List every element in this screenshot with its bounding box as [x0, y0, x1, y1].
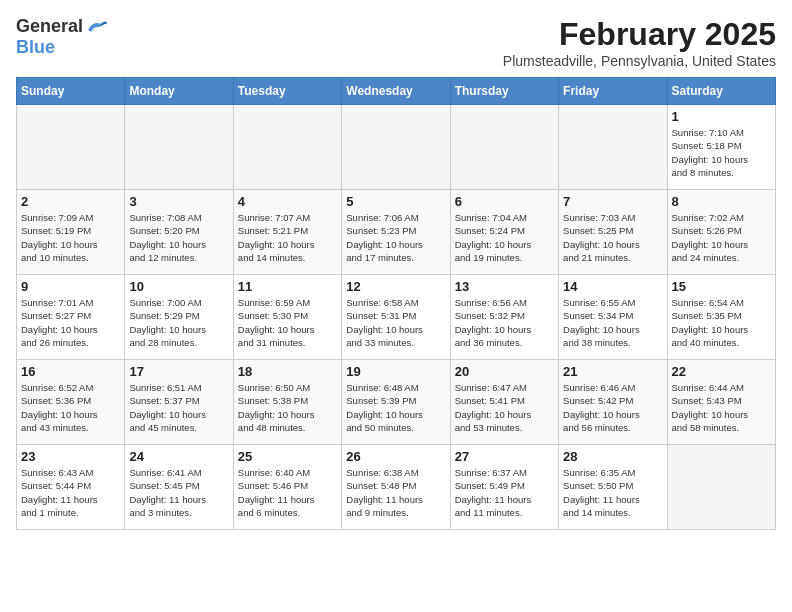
calendar-cell: 16Sunrise: 6:52 AM Sunset: 5:36 PM Dayli… — [17, 360, 125, 445]
week-row-2: 2Sunrise: 7:09 AM Sunset: 5:19 PM Daylig… — [17, 190, 776, 275]
calendar-cell: 18Sunrise: 6:50 AM Sunset: 5:38 PM Dayli… — [233, 360, 341, 445]
calendar-cell: 20Sunrise: 6:47 AM Sunset: 5:41 PM Dayli… — [450, 360, 558, 445]
day-header-friday: Friday — [559, 78, 667, 105]
day-number: 24 — [129, 449, 228, 464]
calendar-cell — [559, 105, 667, 190]
calendar-cell: 24Sunrise: 6:41 AM Sunset: 5:45 PM Dayli… — [125, 445, 233, 530]
day-info: Sunrise: 7:10 AM Sunset: 5:18 PM Dayligh… — [672, 126, 771, 179]
calendar-cell: 19Sunrise: 6:48 AM Sunset: 5:39 PM Dayli… — [342, 360, 450, 445]
day-number: 3 — [129, 194, 228, 209]
day-number: 17 — [129, 364, 228, 379]
calendar-cell: 17Sunrise: 6:51 AM Sunset: 5:37 PM Dayli… — [125, 360, 233, 445]
calendar-cell: 6Sunrise: 7:04 AM Sunset: 5:24 PM Daylig… — [450, 190, 558, 275]
calendar-cell: 5Sunrise: 7:06 AM Sunset: 5:23 PM Daylig… — [342, 190, 450, 275]
day-header-wednesday: Wednesday — [342, 78, 450, 105]
day-info: Sunrise: 6:37 AM Sunset: 5:49 PM Dayligh… — [455, 466, 554, 519]
calendar-cell: 12Sunrise: 6:58 AM Sunset: 5:31 PM Dayli… — [342, 275, 450, 360]
day-number: 12 — [346, 279, 445, 294]
day-info: Sunrise: 6:40 AM Sunset: 5:46 PM Dayligh… — [238, 466, 337, 519]
calendar-cell: 7Sunrise: 7:03 AM Sunset: 5:25 PM Daylig… — [559, 190, 667, 275]
calendar-cell: 8Sunrise: 7:02 AM Sunset: 5:26 PM Daylig… — [667, 190, 775, 275]
calendar-cell: 26Sunrise: 6:38 AM Sunset: 5:48 PM Dayli… — [342, 445, 450, 530]
day-info: Sunrise: 6:51 AM Sunset: 5:37 PM Dayligh… — [129, 381, 228, 434]
day-info: Sunrise: 7:08 AM Sunset: 5:20 PM Dayligh… — [129, 211, 228, 264]
day-info: Sunrise: 6:56 AM Sunset: 5:32 PM Dayligh… — [455, 296, 554, 349]
day-info: Sunrise: 6:55 AM Sunset: 5:34 PM Dayligh… — [563, 296, 662, 349]
day-info: Sunrise: 7:07 AM Sunset: 5:21 PM Dayligh… — [238, 211, 337, 264]
day-header-monday: Monday — [125, 78, 233, 105]
calendar-cell — [125, 105, 233, 190]
calendar-cell — [342, 105, 450, 190]
calendar-cell: 4Sunrise: 7:07 AM Sunset: 5:21 PM Daylig… — [233, 190, 341, 275]
day-number: 6 — [455, 194, 554, 209]
day-info: Sunrise: 6:41 AM Sunset: 5:45 PM Dayligh… — [129, 466, 228, 519]
day-header-saturday: Saturday — [667, 78, 775, 105]
calendar-cell: 22Sunrise: 6:44 AM Sunset: 5:43 PM Dayli… — [667, 360, 775, 445]
day-number: 1 — [672, 109, 771, 124]
day-number: 5 — [346, 194, 445, 209]
day-number: 10 — [129, 279, 228, 294]
day-number: 23 — [21, 449, 120, 464]
day-info: Sunrise: 7:01 AM Sunset: 5:27 PM Dayligh… — [21, 296, 120, 349]
day-info: Sunrise: 6:38 AM Sunset: 5:48 PM Dayligh… — [346, 466, 445, 519]
days-header-row: SundayMondayTuesdayWednesdayThursdayFrid… — [17, 78, 776, 105]
logo-general: General — [16, 16, 83, 37]
day-number: 8 — [672, 194, 771, 209]
day-info: Sunrise: 6:44 AM Sunset: 5:43 PM Dayligh… — [672, 381, 771, 434]
logo-bird-icon — [85, 18, 107, 36]
day-number: 14 — [563, 279, 662, 294]
day-info: Sunrise: 6:59 AM Sunset: 5:30 PM Dayligh… — [238, 296, 337, 349]
day-info: Sunrise: 6:58 AM Sunset: 5:31 PM Dayligh… — [346, 296, 445, 349]
calendar-table: SundayMondayTuesdayWednesdayThursdayFrid… — [16, 77, 776, 530]
calendar-cell: 13Sunrise: 6:56 AM Sunset: 5:32 PM Dayli… — [450, 275, 558, 360]
day-number: 18 — [238, 364, 337, 379]
day-number: 26 — [346, 449, 445, 464]
day-number: 27 — [455, 449, 554, 464]
calendar-cell: 11Sunrise: 6:59 AM Sunset: 5:30 PM Dayli… — [233, 275, 341, 360]
day-number: 16 — [21, 364, 120, 379]
day-info: Sunrise: 6:35 AM Sunset: 5:50 PM Dayligh… — [563, 466, 662, 519]
week-row-3: 9Sunrise: 7:01 AM Sunset: 5:27 PM Daylig… — [17, 275, 776, 360]
day-info: Sunrise: 6:47 AM Sunset: 5:41 PM Dayligh… — [455, 381, 554, 434]
day-header-sunday: Sunday — [17, 78, 125, 105]
day-info: Sunrise: 6:46 AM Sunset: 5:42 PM Dayligh… — [563, 381, 662, 434]
calendar-cell — [17, 105, 125, 190]
week-row-1: 1Sunrise: 7:10 AM Sunset: 5:18 PM Daylig… — [17, 105, 776, 190]
calendar-cell: 28Sunrise: 6:35 AM Sunset: 5:50 PM Dayli… — [559, 445, 667, 530]
day-number: 22 — [672, 364, 771, 379]
day-number: 15 — [672, 279, 771, 294]
calendar-cell: 25Sunrise: 6:40 AM Sunset: 5:46 PM Dayli… — [233, 445, 341, 530]
day-info: Sunrise: 7:03 AM Sunset: 5:25 PM Dayligh… — [563, 211, 662, 264]
calendar-cell: 21Sunrise: 6:46 AM Sunset: 5:42 PM Dayli… — [559, 360, 667, 445]
day-number: 4 — [238, 194, 337, 209]
calendar-title: February 2025 — [503, 16, 776, 53]
day-number: 19 — [346, 364, 445, 379]
day-number: 21 — [563, 364, 662, 379]
day-info: Sunrise: 6:43 AM Sunset: 5:44 PM Dayligh… — [21, 466, 120, 519]
calendar-cell — [450, 105, 558, 190]
page-header: General Blue February 2025 Plumsteadvill… — [16, 16, 776, 69]
day-number: 13 — [455, 279, 554, 294]
calendar-cell — [233, 105, 341, 190]
day-number: 11 — [238, 279, 337, 294]
logo-blue: Blue — [16, 37, 55, 58]
day-info: Sunrise: 7:00 AM Sunset: 5:29 PM Dayligh… — [129, 296, 228, 349]
day-header-thursday: Thursday — [450, 78, 558, 105]
week-row-4: 16Sunrise: 6:52 AM Sunset: 5:36 PM Dayli… — [17, 360, 776, 445]
calendar-cell: 2Sunrise: 7:09 AM Sunset: 5:19 PM Daylig… — [17, 190, 125, 275]
day-info: Sunrise: 7:04 AM Sunset: 5:24 PM Dayligh… — [455, 211, 554, 264]
day-info: Sunrise: 6:50 AM Sunset: 5:38 PM Dayligh… — [238, 381, 337, 434]
calendar-cell: 15Sunrise: 6:54 AM Sunset: 5:35 PM Dayli… — [667, 275, 775, 360]
title-area: February 2025 Plumsteadville, Pennsylvan… — [503, 16, 776, 69]
calendar-cell — [667, 445, 775, 530]
day-header-tuesday: Tuesday — [233, 78, 341, 105]
calendar-cell: 23Sunrise: 6:43 AM Sunset: 5:44 PM Dayli… — [17, 445, 125, 530]
calendar-cell: 10Sunrise: 7:00 AM Sunset: 5:29 PM Dayli… — [125, 275, 233, 360]
calendar-cell: 3Sunrise: 7:08 AM Sunset: 5:20 PM Daylig… — [125, 190, 233, 275]
calendar-cell: 1Sunrise: 7:10 AM Sunset: 5:18 PM Daylig… — [667, 105, 775, 190]
logo: General Blue — [16, 16, 107, 58]
calendar-cell: 27Sunrise: 6:37 AM Sunset: 5:49 PM Dayli… — [450, 445, 558, 530]
calendar-cell: 14Sunrise: 6:55 AM Sunset: 5:34 PM Dayli… — [559, 275, 667, 360]
calendar-cell: 9Sunrise: 7:01 AM Sunset: 5:27 PM Daylig… — [17, 275, 125, 360]
day-info: Sunrise: 7:06 AM Sunset: 5:23 PM Dayligh… — [346, 211, 445, 264]
